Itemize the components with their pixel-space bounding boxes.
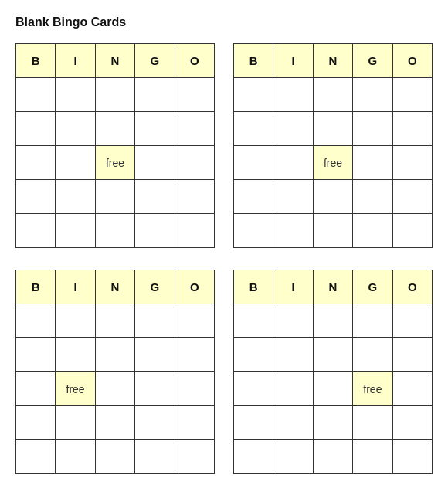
table-row — [234, 112, 433, 146]
table-row — [16, 112, 215, 146]
table-row — [16, 180, 215, 214]
card2-header-b: B — [234, 44, 273, 78]
table-row — [16, 304, 215, 338]
table-row — [234, 338, 433, 372]
card4-header-n: N — [313, 270, 352, 304]
cell — [273, 304, 313, 338]
cell — [135, 78, 175, 112]
cell — [175, 440, 214, 474]
table-row — [234, 406, 433, 440]
cell — [234, 372, 273, 406]
bingo-card-3: B I N G O — [15, 270, 215, 474]
table-row — [234, 78, 433, 112]
cell — [95, 214, 134, 248]
cell — [135, 146, 175, 180]
cell — [313, 440, 352, 474]
cell — [234, 78, 273, 112]
cell — [95, 78, 134, 112]
cell — [313, 338, 352, 372]
cell — [392, 180, 432, 214]
card4-header-i: I — [273, 270, 313, 304]
cell — [313, 372, 352, 406]
cell — [16, 338, 56, 372]
cell — [273, 214, 313, 248]
cell — [273, 180, 313, 214]
cell — [313, 406, 352, 440]
card3-header-g: G — [135, 270, 175, 304]
cell — [313, 214, 352, 248]
cell — [95, 372, 134, 406]
bingo-card-2: B I N G O — [233, 43, 433, 248]
table-row — [234, 180, 433, 214]
cell — [135, 304, 175, 338]
cell — [175, 304, 214, 338]
cell — [353, 304, 392, 338]
table-row — [16, 78, 215, 112]
table-row — [16, 440, 215, 474]
cell — [175, 146, 214, 180]
bingo-card-1: B I N G O — [15, 43, 215, 248]
cell — [95, 180, 134, 214]
card4-header-o: O — [392, 270, 432, 304]
cell — [392, 372, 432, 406]
cell — [95, 440, 134, 474]
cell — [392, 146, 432, 180]
cell — [234, 112, 273, 146]
table-row — [234, 440, 433, 474]
cell — [353, 146, 392, 180]
table-row: free — [234, 372, 433, 406]
cell — [313, 180, 352, 214]
cell — [56, 406, 95, 440]
cell — [56, 78, 95, 112]
cell — [135, 372, 175, 406]
page-title: Blank Bingo Cards — [15, 15, 433, 29]
cell — [175, 338, 214, 372]
card1-header-i: I — [56, 44, 95, 78]
cell — [16, 406, 56, 440]
cell — [16, 146, 56, 180]
cell — [392, 338, 432, 372]
cell — [16, 112, 56, 146]
card2-header-n: N — [313, 44, 352, 78]
cell — [95, 338, 134, 372]
cell — [135, 112, 175, 146]
card2-header-g: G — [353, 44, 392, 78]
table-row — [16, 214, 215, 248]
cell — [234, 338, 273, 372]
cell — [56, 146, 95, 180]
cell — [353, 180, 392, 214]
cell — [234, 180, 273, 214]
cell — [175, 112, 214, 146]
cell — [135, 406, 175, 440]
cell — [95, 406, 134, 440]
card3-header-i: I — [56, 270, 95, 304]
cell — [16, 180, 56, 214]
cell — [56, 304, 95, 338]
free-cell: free — [353, 372, 392, 406]
cell — [353, 214, 392, 248]
cell — [56, 180, 95, 214]
cell — [392, 304, 432, 338]
cell — [135, 338, 175, 372]
cell — [16, 78, 56, 112]
cell — [273, 372, 313, 406]
table-row — [234, 304, 433, 338]
free-cell: free — [56, 372, 95, 406]
card3-header-b: B — [16, 270, 56, 304]
cell — [353, 440, 392, 474]
cell — [353, 406, 392, 440]
free-cell: free — [313, 146, 352, 180]
cell — [95, 112, 134, 146]
cell — [234, 440, 273, 474]
cell — [392, 406, 432, 440]
cell — [175, 372, 214, 406]
cell — [175, 406, 214, 440]
cell — [353, 112, 392, 146]
free-cell: free — [95, 146, 134, 180]
cell — [16, 214, 56, 248]
cell — [273, 440, 313, 474]
cell — [56, 440, 95, 474]
cell — [95, 304, 134, 338]
card3-header-n: N — [95, 270, 134, 304]
cell — [16, 304, 56, 338]
